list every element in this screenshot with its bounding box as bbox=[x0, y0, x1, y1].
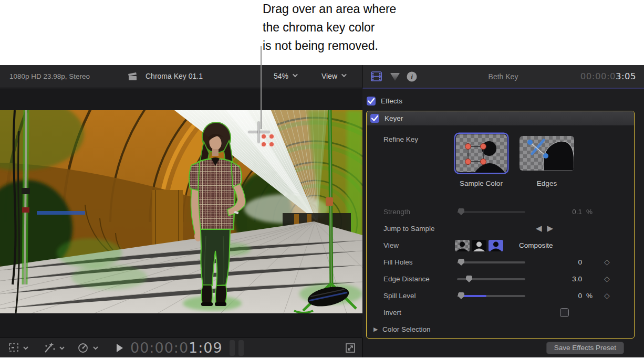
keyer-title: Keyer bbox=[385, 114, 403, 122]
keyframe-diamond-icon[interactable]: ◇ bbox=[604, 274, 610, 283]
marquee-handle[interactable] bbox=[269, 142, 274, 146]
jump-sample-arrows[interactable]: ◀▶ bbox=[536, 224, 558, 233]
marquee-handle[interactable] bbox=[262, 142, 266, 146]
color-selection-row: ▶ Color Selection bbox=[367, 321, 634, 338]
color-selection-label: Color Selection bbox=[382, 325, 431, 333]
edges-label: Edges bbox=[515, 180, 578, 187]
keyframe-diamond-icon[interactable]: ◇ bbox=[604, 258, 610, 266]
spill-level-slider[interactable] bbox=[457, 295, 525, 297]
enhancements-wand-menu[interactable] bbox=[42, 342, 66, 356]
fill-holes-slider[interactable] bbox=[457, 261, 525, 263]
viewer-pane: 1080p HD 23.98p, Stereo Chroma Key 01.1 … bbox=[0, 65, 362, 357]
effects-label: Effects bbox=[381, 97, 402, 105]
strength-unit: % bbox=[586, 208, 593, 216]
view-composite-button[interactable] bbox=[489, 240, 503, 251]
clapperboard-icon bbox=[127, 71, 138, 85]
strength-value: 0.1 bbox=[540, 208, 582, 216]
keyer-header[interactable]: Keyer bbox=[367, 111, 634, 126]
inspector-header: i Beth Key 00:00:03:05 bbox=[362, 65, 644, 88]
effects-section: Effects bbox=[367, 94, 402, 107]
fill-holes-label: Fill Holes bbox=[383, 258, 413, 266]
spill-level-label: Spill Level bbox=[383, 292, 416, 300]
playhead-timecode[interactable]: 00:00:01:09 bbox=[130, 340, 223, 356]
invert-checkbox[interactable] bbox=[560, 308, 569, 317]
view-mode-value: Composite bbox=[519, 241, 553, 249]
play-icon[interactable] bbox=[116, 344, 123, 354]
expand-icon[interactable] bbox=[345, 342, 356, 356]
callout-line-3: is not being removed. bbox=[263, 37, 396, 55]
edge-distance-value: 3.0 bbox=[540, 275, 582, 283]
sample-color-marquee[interactable] bbox=[263, 136, 272, 145]
edge-distance-row: Edge Distance 3.0 ◇ bbox=[367, 271, 634, 288]
audio-meter[interactable] bbox=[230, 340, 235, 356]
format-info: 1080p HD 23.98p, Stereo bbox=[9, 72, 90, 80]
strength-slider[interactable] bbox=[457, 211, 525, 213]
viewer-canvas[interactable] bbox=[0, 89, 362, 337]
callout-line-2: the chroma key color bbox=[263, 18, 396, 37]
spill-level-value: 0 bbox=[540, 292, 582, 300]
strength-slider-thumb[interactable] bbox=[458, 208, 464, 215]
keyer-effect-section: Keyer Refine Key bbox=[366, 111, 635, 339]
callout-text: Drag over an area where the chroma key c… bbox=[263, 0, 396, 55]
clip-title: Chroma Key 01.1 bbox=[146, 72, 203, 80]
sample-color-label: Sample Color bbox=[450, 180, 513, 187]
spill-level-row: Spill Level 0 % ◇ bbox=[367, 288, 634, 304]
marquee-handle[interactable] bbox=[262, 134, 266, 139]
marquee-handle[interactable] bbox=[269, 134, 274, 139]
save-effects-preset-button[interactable]: Save Effects Preset bbox=[546, 342, 624, 354]
fill-holes-value: 0 bbox=[540, 258, 582, 266]
keyframe-diamond-icon[interactable]: ◇ bbox=[604, 291, 610, 300]
viewer-transport-bar: 00:00:01:09 bbox=[0, 337, 362, 357]
screenshot-root: Drag over an area where the chroma key c… bbox=[0, 0, 644, 359]
view-matte-button[interactable] bbox=[455, 240, 470, 251]
fill-holes-row: Fill Holes 0 ◇ bbox=[367, 254, 634, 271]
view-mode-buttons bbox=[455, 240, 503, 251]
jump-to-sample-row: Jump to Sample ◀▶ bbox=[367, 220, 634, 237]
edge-distance-slider-thumb[interactable] bbox=[466, 276, 472, 282]
view-foreground-button[interactable] bbox=[472, 240, 486, 251]
effects-checkbox[interactable] bbox=[367, 97, 376, 105]
view-label: View bbox=[383, 241, 399, 249]
keyer-checkbox[interactable] bbox=[370, 114, 379, 123]
audio-meter[interactable] bbox=[238, 340, 244, 356]
callout-line-1: Drag over an area where bbox=[263, 0, 396, 18]
fcp-window: 1080p HD 23.98p, Stereo Chroma Key 01.1 … bbox=[0, 65, 644, 357]
viewer-toolbar: 1080p HD 23.98p, Stereo Chroma Key 01.1 … bbox=[0, 65, 362, 88]
invert-label: Invert bbox=[383, 309, 401, 316]
fill-holes-slider-thumb[interactable] bbox=[458, 259, 464, 266]
inspector-divider bbox=[362, 88, 644, 89]
zoom-menu[interactable]: 54% bbox=[274, 72, 296, 80]
edge-distance-slider[interactable] bbox=[457, 278, 525, 280]
edge-distance-label: Edge Distance bbox=[383, 275, 430, 283]
disclosure-triangle-icon[interactable]: ▶ bbox=[373, 326, 378, 333]
callout-pointer-line bbox=[261, 46, 262, 129]
refine-key-label: Refine Key bbox=[383, 135, 418, 143]
retime-menu[interactable] bbox=[77, 342, 100, 356]
invert-row: Invert bbox=[367, 304, 634, 321]
jump-to-sample-label: Jump to Sample bbox=[383, 225, 435, 233]
inspector-panel: i Beth Key 00:00:03:05 Effects Keyer bbox=[362, 65, 644, 357]
sample-color-button[interactable] bbox=[456, 134, 507, 172]
viewer-image bbox=[0, 110, 362, 313]
edges-button[interactable] bbox=[520, 136, 574, 171]
strength-row: Strength 0.1 % bbox=[367, 204, 634, 220]
chevron-down-icon bbox=[341, 72, 347, 77]
spill-level-unit: % bbox=[586, 292, 593, 300]
strength-label: Strength bbox=[383, 208, 410, 216]
view-row: View Composite bbox=[367, 237, 634, 254]
refine-key-row: Refine Key bbox=[367, 126, 634, 204]
chevron-down-icon bbox=[293, 72, 298, 77]
clip-duration-timecode: 00:00:03:05 bbox=[580, 71, 636, 81]
transform-tool-menu[interactable] bbox=[7, 342, 29, 356]
view-menu[interactable]: View bbox=[321, 72, 345, 80]
spill-level-slider-thumb[interactable] bbox=[458, 292, 464, 299]
crosshair-icon[interactable] bbox=[258, 122, 259, 143]
